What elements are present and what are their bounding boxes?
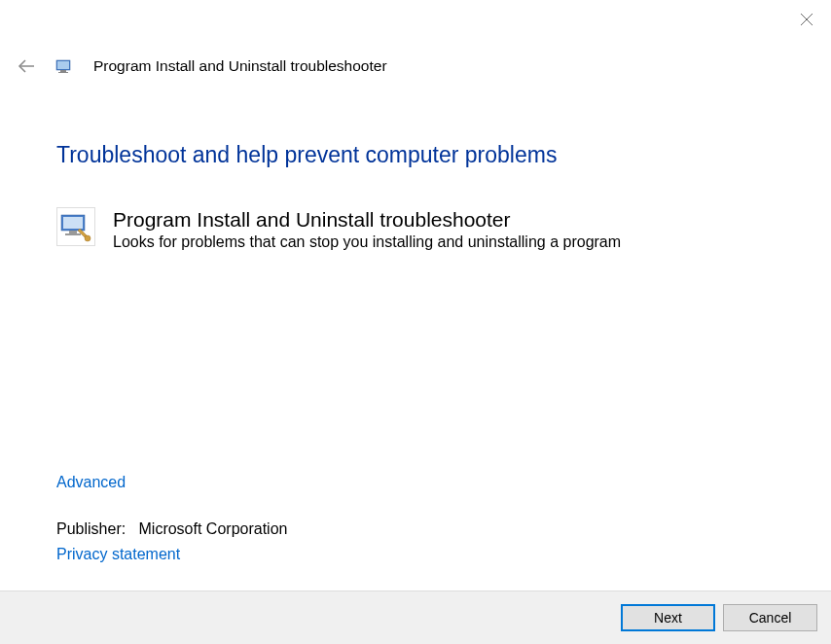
titlebar [0, 0, 831, 39]
svg-rect-4 [57, 61, 69, 69]
svg-point-11 [85, 235, 90, 241]
svg-rect-6 [58, 72, 68, 73]
advanced-link[interactable]: Advanced [56, 474, 775, 491]
cancel-button[interactable]: Cancel [723, 604, 817, 631]
header-row: Program Install and Uninstall troublesho… [0, 39, 831, 76]
troubleshooter-item-icon [56, 207, 95, 246]
publisher-value: Microsoft Corporation [139, 520, 288, 537]
troubleshooter-item: Program Install and Uninstall troublesho… [56, 207, 775, 251]
svg-rect-8 [63, 217, 83, 229]
troubleshooter-window: Program Install and Uninstall troublesho… [0, 0, 831, 644]
next-button[interactable]: Next [621, 604, 715, 631]
troubleshooter-item-title: Program Install and Uninstall troublesho… [113, 207, 621, 232]
svg-rect-5 [60, 70, 66, 72]
svg-rect-9 [69, 231, 77, 233]
header-title: Program Install and Uninstall troublesho… [93, 57, 387, 75]
publisher-label: Publisher: [56, 520, 126, 537]
page-heading: Troubleshoot and help prevent computer p… [56, 142, 775, 168]
svg-rect-10 [65, 233, 81, 235]
footer: Next Cancel [0, 590, 831, 644]
troubleshooter-header-icon [54, 56, 74, 76]
troubleshooter-item-text: Program Install and Uninstall troublesho… [113, 207, 621, 251]
publisher-row: Publisher: Microsoft Corporation [56, 520, 775, 538]
close-icon[interactable] [800, 13, 813, 26]
back-arrow-icon[interactable] [18, 57, 35, 75]
privacy-statement-link[interactable]: Privacy statement [56, 546, 775, 563]
troubleshooter-item-description: Looks for problems that can stop you ins… [113, 233, 621, 251]
content-area: Troubleshoot and help prevent computer p… [0, 76, 831, 590]
